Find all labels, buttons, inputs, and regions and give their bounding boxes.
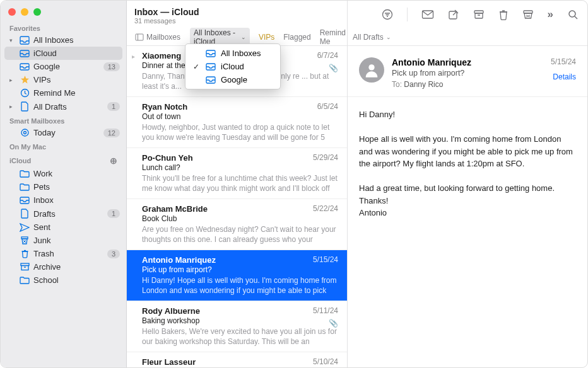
- disclosure-triangle-icon[interactable]: ▸: [9, 77, 16, 83]
- archive-icon[interactable]: [473, 9, 485, 20]
- add-mailbox-icon[interactable]: ⊕: [110, 156, 117, 166]
- search-icon[interactable]: [568, 9, 579, 20]
- junk-icon: [20, 236, 30, 245]
- sidebar-item-sent[interactable]: Sent: [1, 221, 126, 234]
- sidebar-item-icloud[interactable]: iCloud: [4, 47, 122, 60]
- message-date: 5/22/24: [313, 204, 338, 214]
- disclosure-triangle-icon[interactable]: ▸: [9, 103, 16, 110]
- all-drafts-button[interactable]: All Drafts ⌄: [353, 33, 391, 42]
- mailbox-title: Inbox — iCloud: [134, 7, 339, 17]
- attachment-icon: 📎: [329, 319, 338, 328]
- close-button[interactable]: [8, 8, 16, 16]
- sidebar-item-remind-me[interactable]: Remind Me: [1, 86, 126, 100]
- message-date: 5/10/24: [313, 357, 338, 367]
- inbox-icon: [20, 36, 30, 45]
- chevron-down-icon: ⌄: [386, 34, 391, 40]
- sidebar-item-drafts[interactable]: Drafts1: [1, 207, 126, 221]
- details-button[interactable]: Details: [551, 72, 576, 81]
- toolbar-divider: [407, 8, 408, 21]
- message-sender: Fleur Lasseur: [142, 357, 196, 367]
- mailboxes-button[interactable]: Mailboxes: [134, 32, 181, 42]
- tray-icon: [20, 197, 30, 204]
- sidebar-item-label: VIPs: [33, 75, 120, 84]
- sidebar-item-label: Trash: [33, 249, 103, 258]
- sidebar-item-trash[interactable]: Trash3: [1, 247, 126, 260]
- reader-from: Antonio Manriquez: [392, 57, 543, 67]
- message-subject: Lunch call?: [142, 163, 338, 172]
- delete-icon[interactable]: [498, 9, 509, 20]
- sidebar-item-inbox[interactable]: Inbox: [1, 193, 126, 207]
- svg-rect-27: [475, 13, 483, 18]
- sidebar-item-label: Google: [33, 62, 100, 71]
- message-row[interactable]: Rody Albuerne5/11/24Baking workshop📎Hell…: [127, 301, 347, 352]
- message-row[interactable]: Ryan Notch6/5/24Out of townHowdy, neighb…: [127, 97, 347, 148]
- onmymac-heading: On My Mac: [1, 139, 126, 152]
- remind-me-button[interactable]: Remind Me: [320, 28, 347, 46]
- inbox-option-all-inboxes[interactable]: All Inboxes: [185, 47, 280, 60]
- svg-line-25: [453, 12, 457, 16]
- flagged-button[interactable]: Flagged: [283, 33, 310, 42]
- sidebar-item-all-drafts[interactable]: ▸All Drafts1: [1, 100, 126, 113]
- reader-date: 5/15/24: [551, 57, 576, 66]
- message-preview: Hello Bakers, We're very excited to have…: [142, 326, 338, 347]
- sidebar-item-label: Sent: [33, 222, 120, 232]
- message-count: 31 messages: [134, 17, 339, 25]
- sidebar-item-label: School: [33, 275, 120, 285]
- favorites-heading: Favorites: [1, 21, 126, 33]
- junk-icon[interactable]: [522, 9, 534, 20]
- sidebar-item-school[interactable]: School: [1, 273, 126, 287]
- vips-button[interactable]: VIPs: [259, 33, 274, 42]
- more-icon[interactable]: »: [548, 8, 554, 21]
- message-preview: Think you'll be free for a lunchtime cha…: [142, 173, 338, 193]
- message-date: 5/15/24: [313, 255, 338, 265]
- message-subject: Pick up from airport?: [142, 265, 338, 274]
- inbox-option-icloud[interactable]: ✓iCloud: [185, 60, 280, 73]
- message-row[interactable]: Antonio Manriquez5/15/24Pick up from air…: [127, 250, 347, 301]
- sidebar-item-label: Pets: [33, 182, 120, 192]
- message-sender: Xiaomeng: [142, 51, 181, 60]
- checkmark-icon: ✓: [192, 62, 201, 71]
- sidebar-item-all-inboxes[interactable]: ▾All Inboxes: [1, 33, 126, 47]
- gear-icon: [20, 128, 30, 137]
- inbox-option-label: Google: [221, 75, 247, 84]
- message-date: 6/5/24: [317, 102, 338, 112]
- sidebar-item-label: Drafts: [33, 209, 103, 219]
- message-row[interactable]: Graham McBride5/22/24Book ClubAre you fr…: [127, 199, 347, 250]
- reader-body: Hi Danny! Hope all is well with you. I'm…: [348, 97, 587, 231]
- minimize-button[interactable]: [21, 8, 28, 16]
- message-sender: Antonio Manriquez: [142, 255, 216, 265]
- icloud-heading: iCloud ⊕: [1, 152, 126, 167]
- message-row[interactable]: Fleur Lasseur5/10/24Soccer jerseysAre yo…: [127, 352, 347, 367]
- sidebar-item-label: Today: [33, 128, 100, 137]
- message-row[interactable]: Po-Chun Yeh5/29/24Lunch call?Think you'l…: [127, 148, 347, 199]
- disclosure-triangle-icon[interactable]: ▾: [9, 37, 16, 43]
- compose-icon[interactable]: [448, 9, 459, 20]
- sidebar-item-vips[interactable]: ▸VIPs: [1, 73, 126, 86]
- toolbar: »: [348, 1, 587, 28]
- star-icon: [20, 75, 30, 84]
- reader-subject: Pick up from airport?: [392, 69, 543, 78]
- sidebar-item-pets[interactable]: Pets: [1, 180, 126, 193]
- folder-icon: [20, 170, 30, 178]
- sidebar-item-work[interactable]: Work: [1, 167, 126, 180]
- inbox-option-google[interactable]: Google: [185, 73, 280, 86]
- svg-point-34: [569, 11, 575, 17]
- filter-icon[interactable]: [382, 9, 393, 20]
- sidebar-item-junk[interactable]: Junk: [1, 234, 126, 247]
- list-header: Inbox — iCloud 31 messages: [127, 1, 347, 28]
- zoom-button[interactable]: [33, 8, 41, 16]
- folder-icon: [20, 183, 30, 191]
- unread-badge: 1: [107, 102, 120, 111]
- reply-icon[interactable]: [421, 9, 434, 20]
- unread-badge: 3: [107, 250, 120, 258]
- message-preview: Are you free on Wednesday night? Can't w…: [142, 224, 338, 244]
- sidebar-item-today[interactable]: Today12: [1, 126, 126, 139]
- message-sender: Po-Chun Yeh: [142, 153, 193, 163]
- message-sender: Graham McBride: [142, 204, 208, 214]
- sidebar-item-archive[interactable]: Archive: [1, 260, 126, 273]
- tray-icon: [206, 50, 216, 57]
- inbox-option-label: All Inboxes: [221, 49, 261, 58]
- tray-icon: [206, 76, 216, 84]
- inbox-option-label: iCloud: [221, 62, 244, 71]
- sidebar-item-google[interactable]: Google13: [1, 60, 126, 73]
